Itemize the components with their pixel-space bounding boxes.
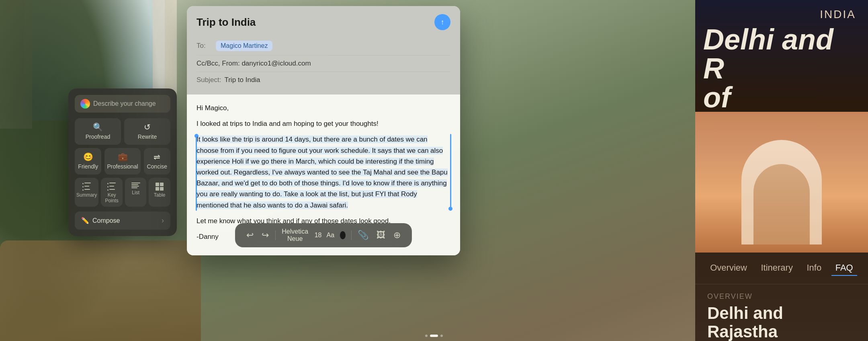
key-points-label: Key Points bbox=[102, 192, 121, 203]
sofa-background bbox=[0, 240, 201, 341]
rewrite-icon: ↺ bbox=[144, 123, 151, 131]
friendly-button[interactable]: 😊 Friendly bbox=[75, 148, 101, 175]
key-points-icon bbox=[107, 183, 116, 191]
proofread-rewrite-row: 🔍 Proofread ↺ Rewrite bbox=[75, 118, 170, 145]
describe-change-placeholder: Describe your change bbox=[93, 100, 156, 107]
professional-label: Professional bbox=[107, 163, 138, 170]
photo-icon: 🖼 bbox=[377, 230, 385, 240]
nav-faq[interactable]: FAQ bbox=[831, 261, 857, 276]
pencil-icon: ✏️ bbox=[81, 217, 89, 224]
nav-overview[interactable]: Overview bbox=[706, 261, 751, 276]
email-formatting-toolbar: ↩ ↪ Helvetica Neue 18 Aa 📎 🖼 ⊕ bbox=[235, 223, 412, 247]
ai-writing-tools-panel: Describe your change 🔍 Proofread ↺ Rewri… bbox=[68, 88, 177, 236]
compose-label: Compose bbox=[92, 217, 120, 224]
email-to-field: To: Magico Martinez bbox=[197, 37, 450, 55]
arch-inner bbox=[753, 164, 810, 244]
redo-button[interactable]: ↪ bbox=[260, 228, 270, 242]
table-button[interactable]: Table bbox=[149, 178, 170, 207]
more-options-button[interactable]: ⊕ bbox=[392, 228, 402, 242]
email-greeting: Hi Magico, bbox=[197, 103, 450, 113]
page-dot-3 bbox=[440, 335, 443, 337]
professional-icon: 💼 bbox=[118, 153, 128, 161]
email-subject-field: Subject: Trip to India bbox=[197, 72, 450, 88]
selection-handle-right bbox=[450, 134, 451, 210]
rewrite-button[interactable]: ↺ Rewrite bbox=[124, 118, 170, 145]
email-body-text: Hi Magico, I looked at trips to India an… bbox=[197, 103, 450, 242]
undo-button[interactable]: ↩ bbox=[245, 228, 255, 242]
compose-bar-content: ✏️ Compose bbox=[81, 217, 120, 224]
font-size-display: 18 bbox=[315, 232, 322, 239]
more-options-icon: ⊕ bbox=[393, 230, 401, 240]
attachment-icon: 📎 bbox=[358, 230, 368, 240]
text-format-button[interactable]: Aa bbox=[326, 232, 334, 239]
list-icon bbox=[131, 183, 140, 188]
overview-section-label: OVERVIEW bbox=[707, 292, 856, 301]
attachment-button[interactable]: 📎 bbox=[356, 228, 370, 242]
overview-section-title: Delhi and Rajastha bbox=[707, 304, 856, 341]
concise-icon: ⇌ bbox=[154, 153, 160, 161]
rewrite-label: Rewrite bbox=[138, 134, 157, 140]
key-points-button[interactable]: Key Points bbox=[101, 178, 123, 207]
page-dot-2-active bbox=[430, 335, 438, 337]
book-title: Delhi and R of bbox=[695, 25, 868, 112]
font-selector-button[interactable]: Helvetica Neue bbox=[280, 228, 310, 242]
describe-change-input[interactable]: Describe your change bbox=[75, 95, 170, 113]
send-icon: ↑ bbox=[441, 18, 444, 27]
to-label: To: bbox=[197, 42, 213, 50]
email-title: Trip to India bbox=[197, 16, 256, 29]
tone-row: 😊 Friendly 💼 Professional ⇌ Concise bbox=[75, 148, 170, 175]
table-icon bbox=[156, 183, 164, 191]
chevron-right-icon: › bbox=[162, 216, 164, 225]
email-header: Trip to India ↑ To: Magico Martinez Cc/B… bbox=[187, 6, 460, 94]
book-overview-section: OVERVIEW Delhi and Rajastha bbox=[695, 284, 868, 341]
book-header-label: INDIA bbox=[695, 0, 868, 25]
toolbar-divider-1 bbox=[275, 230, 276, 240]
email-compose-window: Trip to India ↑ To: Magico Martinez Cc/B… bbox=[187, 6, 460, 255]
page-dot-1 bbox=[425, 335, 428, 337]
concise-button[interactable]: ⇌ Concise bbox=[144, 148, 170, 175]
professional-button[interactable]: 💼 Professional bbox=[104, 148, 140, 175]
send-button[interactable]: ↑ bbox=[434, 14, 450, 30]
ai-sparkle-icon bbox=[80, 99, 90, 109]
email-cc-bcc-field: Cc/Bcc, From: danyrico1@icloud.com bbox=[197, 55, 450, 72]
nav-itinerary[interactable]: Itinerary bbox=[757, 261, 796, 276]
email-title-row: Trip to India ↑ bbox=[197, 14, 450, 30]
list-button[interactable]: List bbox=[125, 178, 147, 207]
list-label: List bbox=[132, 190, 139, 195]
to-recipient-chip[interactable]: Magico Martinez bbox=[216, 41, 272, 51]
proofread-button[interactable]: 🔍 Proofread bbox=[75, 118, 121, 145]
format-row: Summary Key Points List bbox=[75, 178, 170, 207]
page-indicator bbox=[425, 335, 443, 337]
arch-decoration bbox=[741, 140, 822, 244]
subject-label: Subject: bbox=[197, 76, 221, 84]
summary-label: Summary bbox=[76, 192, 97, 198]
proofread-label: Proofread bbox=[86, 134, 110, 140]
book-nav: Overview Itinerary Info FAQ bbox=[695, 253, 868, 284]
concise-label: Concise bbox=[147, 163, 167, 170]
cc-bcc-from-text: Cc/Bcc, From: danyrico1@icloud.com bbox=[197, 60, 311, 68]
right-panel-india-book: INDIA Delhi and R of Overview Itinerary … bbox=[695, 0, 868, 341]
email-intro: I looked at trips to India and am hoping… bbox=[197, 118, 450, 129]
compose-bar[interactable]: ✏️ Compose › bbox=[75, 212, 170, 230]
subject-value[interactable]: Trip to India bbox=[224, 76, 260, 84]
book-cover-image bbox=[695, 112, 868, 253]
email-selected-paragraph: It looks like the trip is around 14 days… bbox=[197, 134, 450, 210]
photo-button[interactable]: 🖼 bbox=[375, 228, 387, 242]
proofread-icon: 🔍 bbox=[93, 123, 103, 131]
friendly-icon: 😊 bbox=[83, 153, 93, 161]
email-highlighted-text[interactable]: It looks like the trip is around 14 days… bbox=[197, 136, 448, 209]
nav-info[interactable]: Info bbox=[802, 261, 825, 276]
toolbar-divider-2 bbox=[351, 230, 351, 240]
summary-icon bbox=[82, 183, 91, 191]
summary-button[interactable]: Summary bbox=[75, 178, 98, 207]
text-color-button[interactable] bbox=[339, 230, 346, 240]
table-label: Table bbox=[154, 192, 166, 198]
friendly-label: Friendly bbox=[78, 163, 98, 170]
